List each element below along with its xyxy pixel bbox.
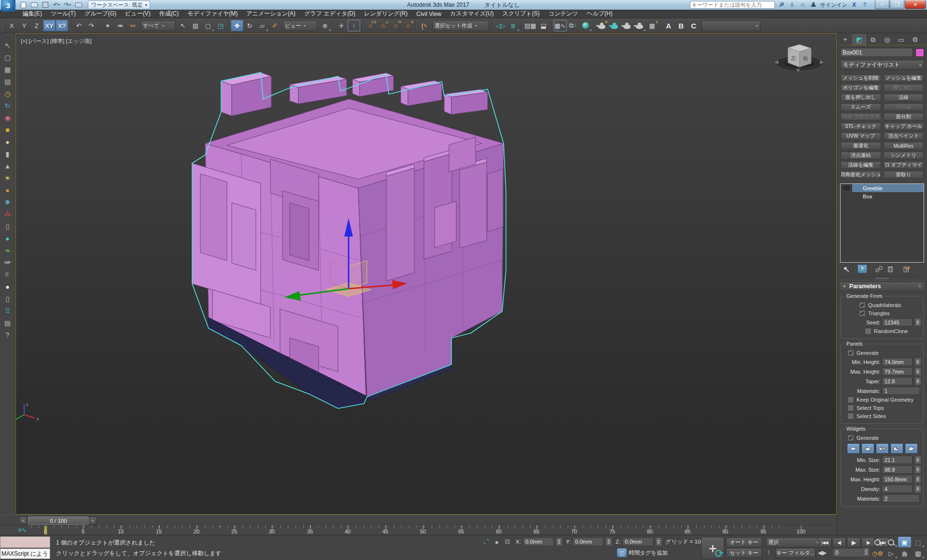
stack-row-box[interactable]: Box <box>841 192 924 200</box>
plane-icon[interactable]: ▯ <box>1 220 14 232</box>
open-file-button[interactable] <box>29 1 39 9</box>
select-manipulate-icon[interactable]: ↑ <box>348 20 360 31</box>
quadrilaterals-checkbox[interactable] <box>859 302 866 308</box>
favorites-star-icon[interactable]: ☆ <box>799 1 807 8</box>
mod-btn-prooptimizer[interactable]: プロ オプティマイザ <box>884 161 924 169</box>
new-file-button[interactable] <box>18 1 28 9</box>
spinner[interactable] <box>914 378 921 385</box>
grid-tool-icon[interactable]: ▤ <box>1 75 14 87</box>
mod-btn-tessellate[interactable]: 面分割 <box>884 113 924 121</box>
widget-wedge-button[interactable] <box>905 443 918 454</box>
shapes-tool-icon[interactable]: ◉ <box>1 112 14 124</box>
save-file-button[interactable] <box>41 1 50 9</box>
selection-filter-dropdown[interactable]: すべて▾ <box>140 20 175 31</box>
sphere-white-icon[interactable]: ● <box>1 280 14 293</box>
panels-materials-field[interactable]: 1 <box>882 387 920 395</box>
dock-grip[interactable] <box>3 34 12 37</box>
axis-constraint-y[interactable]: Y <box>18 20 30 31</box>
render-production-icon[interactable] <box>621 20 633 31</box>
sphere-primitive-icon[interactable]: ● <box>1 136 14 148</box>
letter-a-icon[interactable]: A <box>662 20 675 31</box>
bind-space-warp-icon[interactable]: ⚯ <box>126 20 139 31</box>
foliage-icon[interactable]: ❧ <box>1 244 14 256</box>
menu-tools[interactable]: ツール(T) <box>46 10 80 18</box>
z-coordinate-field[interactable]: 0.0mm <box>622 537 653 546</box>
graphite-ribbon-icon[interactable]: ⬓ <box>537 20 550 31</box>
current-frame-field[interactable]: 0 <box>832 548 866 557</box>
curve-editor-icon[interactable]: ▦∿ <box>554 20 567 31</box>
mod-btn-uvw-map[interactable]: UVW マップ <box>841 132 881 140</box>
tab-create-icon[interactable]: ＋ <box>838 34 852 45</box>
menu-scripting[interactable]: スクリプト(S) <box>498 10 544 18</box>
track-bar[interactable]: ≡∿ 0 5 10 15 20 25 30 35 40 45 50 55 60 … <box>0 525 837 535</box>
timeline-ruler[interactable]: 0 5 10 15 20 25 30 35 40 45 50 55 60 65 … <box>31 525 813 535</box>
randomclone-checkbox[interactable] <box>865 328 871 335</box>
clock-icon[interactable]: ◷ <box>1 87 14 99</box>
material-editor-icon[interactable] <box>579 20 592 31</box>
auto-key-button[interactable]: オート キー <box>726 537 762 547</box>
viewport-label[interactable]: [+] [パース] [標準] [エッジ面] <box>21 38 92 45</box>
light-icon[interactable]: ☀ <box>1 172 14 184</box>
seed-field[interactable]: 12345 <box>882 318 913 326</box>
select-by-name-icon[interactable]: ▤ <box>189 20 202 31</box>
tab-modify-icon[interactable]: ◩ <box>852 34 866 45</box>
widget-l-block-button[interactable] <box>890 443 903 454</box>
widgets-materials-field[interactable]: 2 <box>882 494 920 503</box>
selection-region-icon[interactable]: ▢ <box>202 20 214 31</box>
tab-motion-icon[interactable]: ◎ <box>880 34 894 45</box>
mod-btn-quadify-mesh[interactable]: 四角面化メッシュ <box>841 171 881 179</box>
widget-slab-antenna-button[interactable] <box>861 443 874 454</box>
help-arrow-icon[interactable]: ⇩ <box>788 1 796 8</box>
menu-animation[interactable]: アニメーション(A) <box>242 10 300 18</box>
spinner[interactable] <box>914 368 921 375</box>
widget-slab-double-button[interactable] <box>876 443 889 454</box>
mod-btn-delete-mesh[interactable]: メッシュを削除 <box>841 74 881 82</box>
play-button[interactable]: ▶ <box>847 537 860 547</box>
hp-icon[interactable]: HP <box>1 256 14 268</box>
unlink-selection-icon[interactable]: ⚮ <box>114 20 126 31</box>
schematic-view-icon[interactable]: ⧉⇩ <box>567 20 579 31</box>
menu-graph-editors[interactable]: グラフ エディタ(D) <box>300 10 360 18</box>
exchange-icon[interactable]: X <box>850 1 858 8</box>
select-rotate-icon[interactable]: ↻ <box>243 20 256 31</box>
mod-btn-edit-poly[interactable]: ポリゴンを編集 <box>841 84 881 92</box>
redo-icon[interactable]: ↷ <box>85 20 98 31</box>
mod-btn-vertex-weld[interactable]: 頂点連結 <box>841 152 881 159</box>
select-tool-icon[interactable]: ↖ <box>1 39 14 51</box>
x-coordinate-field[interactable]: 0.0mm <box>523 537 554 546</box>
redo-button[interactable]: ↷▾ <box>63 1 72 9</box>
window-crossing-icon[interactable]: ◳ <box>214 20 227 31</box>
named-selection-dropdown[interactable]: 選択セット作成▾ <box>432 20 489 31</box>
toolbar-grip[interactable] <box>2 20 4 31</box>
align-icon[interactable]: ≣ <box>507 20 520 31</box>
menu-views[interactable]: ビュー(V) <box>121 10 155 18</box>
mod-btn-vertex-paint[interactable]: 頂点ペイント <box>884 132 924 140</box>
zero-icon[interactable]: 0: <box>1 268 14 280</box>
search-icon[interactable]: 🔎︎ <box>778 1 786 8</box>
search-input[interactable] <box>690 1 775 9</box>
object-color-swatch[interactable] <box>915 48 924 57</box>
sphere-orange-icon[interactable]: ● <box>1 184 14 196</box>
help-circle-icon[interactable]: ? <box>1 329 14 341</box>
mirror-icon[interactable]: ◁▷ <box>494 20 507 31</box>
angle-snap-icon[interactable]: ∩∠ <box>377 20 389 31</box>
mod-btn-multires[interactable]: MultiRes <box>884 142 924 150</box>
modifier-list-dropdown[interactable]: モディファイヤリスト ▾ <box>840 60 924 70</box>
undo-icon[interactable]: ↶ <box>72 20 85 31</box>
sphere-teal-icon[interactable]: ● <box>1 232 14 244</box>
render-setup-icon[interactable]: ⚙ <box>596 20 608 31</box>
rendered-frame-window-icon[interactable] <box>608 20 621 31</box>
tab-hierarchy-icon[interactable]: ⧉ <box>866 34 880 45</box>
time-slider-track[interactable]: < 0 / 100 > <box>0 515 837 525</box>
rotate-tool-icon[interactable]: ↻ <box>1 99 14 112</box>
undo-button[interactable]: ↶▾ <box>52 1 61 9</box>
menu-group[interactable]: グループ(G) <box>80 10 121 18</box>
menu-help[interactable]: ヘルプ(H) <box>582 10 617 18</box>
menu-create[interactable]: 作成(C) <box>155 10 183 18</box>
dots-icon[interactable]: ⠿ <box>1 305 14 317</box>
parameters-rollout-header[interactable]: ▼ Parameters ⠿ <box>839 281 925 291</box>
restore-button[interactable]: ❐ <box>890 0 904 9</box>
select-object-icon[interactable]: ↖ <box>177 20 189 31</box>
time-slider-handle[interactable]: 0 / 100 <box>28 517 89 525</box>
spinner[interactable] <box>914 476 921 483</box>
